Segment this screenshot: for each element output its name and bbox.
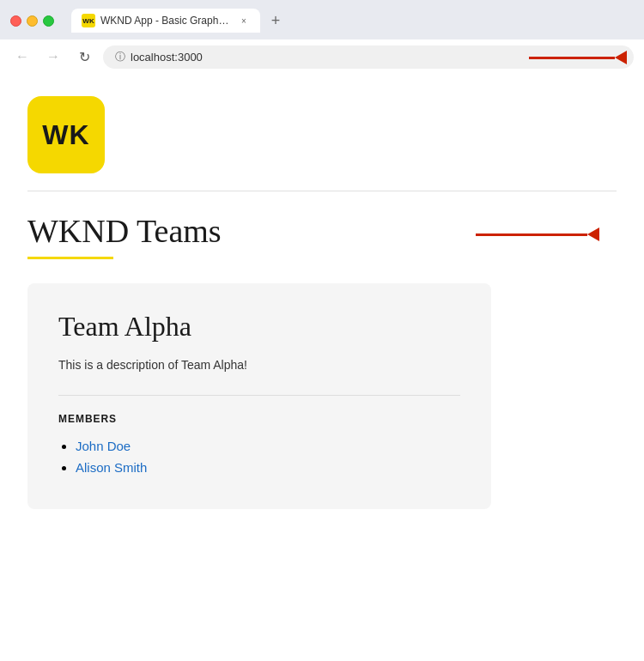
- tab-bar: WK WKND App - Basic GraphQL... × +: [61, 9, 298, 33]
- tab-favicon: WK: [82, 14, 95, 27]
- reload-button[interactable]: ↻: [72, 45, 96, 69]
- page-header: WKND Teams: [27, 212, 617, 259]
- list-item: Alison Smith: [76, 460, 460, 475]
- team-description: This is a description of Team Alpha!: [58, 356, 460, 374]
- team-card: Team Alpha This is a description of Team…: [27, 283, 491, 509]
- traffic-lights: [10, 15, 54, 27]
- minimize-traffic-light[interactable]: [27, 15, 38, 27]
- member-link-alison-smith[interactable]: Alison Smith: [76, 460, 147, 475]
- member-link-john-doe[interactable]: John Doe: [76, 439, 131, 453]
- arrow-head: [615, 51, 627, 64]
- close-traffic-light[interactable]: [10, 15, 21, 27]
- tab-title-text: WKND App - Basic GraphQL...: [100, 15, 233, 27]
- page-content: WK WKND Teams Team Alpha This is a descr…: [0, 76, 644, 530]
- arrow-line: [529, 57, 615, 59]
- title-annotation-arrow: [476, 227, 599, 241]
- team-divider: [58, 395, 460, 396]
- logo-container: WK: [27, 96, 617, 173]
- back-button[interactable]: ←: [10, 45, 34, 69]
- address-bar-row: ← → ↻ ⓘ localhost:3000: [0, 39, 644, 76]
- title-bar: WK WKND App - Basic GraphQL... × +: [0, 0, 644, 39]
- header-divider: [27, 191, 617, 191]
- active-tab[interactable]: WK WKND App - Basic GraphQL... ×: [71, 9, 260, 33]
- list-item: John Doe: [76, 439, 460, 453]
- forward-button[interactable]: →: [41, 45, 65, 69]
- title-underline: [27, 257, 113, 259]
- arrow-line-title: [476, 233, 587, 236]
- url-annotation-arrow: [529, 51, 627, 64]
- fullscreen-traffic-light[interactable]: [43, 15, 54, 27]
- tab-close-button[interactable]: ×: [238, 15, 250, 27]
- browser-chrome: WK WKND App - Basic GraphQL... × + ← → ↻…: [0, 0, 644, 76]
- security-icon: ⓘ: [115, 50, 125, 64]
- team-name: Team Alpha: [58, 311, 460, 343]
- new-tab-button[interactable]: +: [264, 9, 288, 33]
- members-list: John Doe Alison Smith: [58, 439, 460, 475]
- members-label: MEMBERS: [58, 413, 460, 425]
- wknd-logo: WK: [27, 96, 105, 173]
- arrow-head-title: [587, 227, 599, 241]
